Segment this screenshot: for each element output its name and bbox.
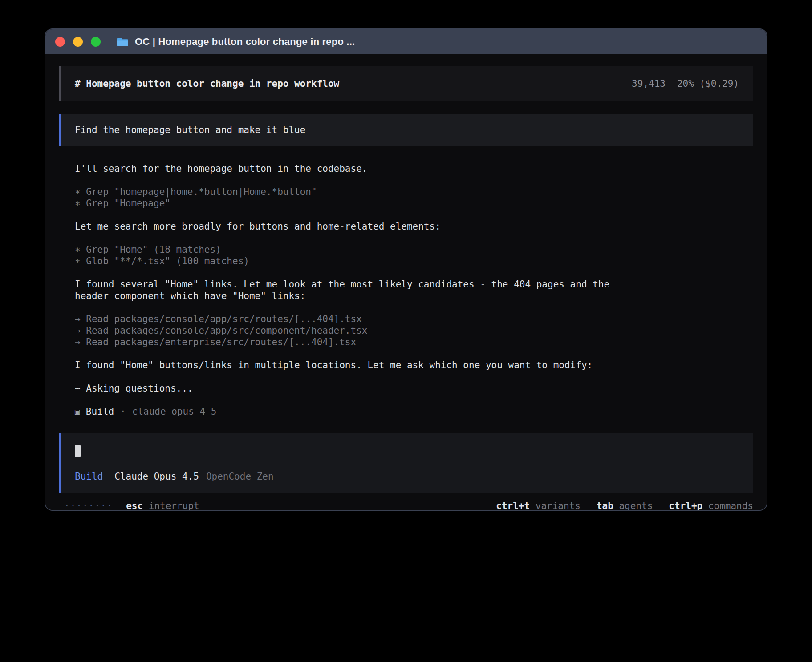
tool-call-read: → Read packages/console/app/src/componen… [75,325,631,336]
text-cursor [75,445,81,457]
tool-call-grep: ∗ Grep "homepage|home.*button|Home.*butt… [75,186,631,198]
tool-call-read: → Read packages/console/app/src/routes/[… [75,313,631,325]
separator-dot: · [120,406,126,417]
hint-agents[interactable]: tab agents [597,500,653,511]
window-title: OC | Homepage button color change in rep… [135,36,355,48]
tool-call-read: → Read packages/enterprise/src/routes/[.… [75,336,631,348]
assistant-text: I found several "Home" links. Let me loo… [75,279,631,302]
hint-label: interrupt [143,501,199,511]
hint-key: ctrl+t [496,501,530,511]
agent-name: Build [86,406,114,417]
token-count: 39,413 [632,78,666,89]
spinner-dots: ········ [64,500,113,511]
model-name: claude-opus-4-5 [132,406,217,417]
traffic-lights [45,37,101,47]
asking-questions-status: ~ Asking questions... [75,383,631,394]
assistant-text: I found "Home" buttons/links in multiple… [75,359,631,371]
hint-commands[interactable]: ctrl+p commands [669,500,753,511]
status-bar: ········ esc interrupt ctrl+t variants t… [59,500,753,511]
hint-variants[interactable]: ctrl+t variants [496,500,581,511]
close-button[interactable] [55,37,65,47]
folder-icon [117,37,129,47]
tool-call-glob: ∗ Glob "**/*.tsx" (100 matches) [75,255,631,267]
prompt-input[interactable]: Build Claude Opus 4.5 OpenCode Zen [59,433,753,493]
session-header: # Homepage button color change in repo w… [59,66,753,101]
tool-call-grep: ∗ Grep "Homepage" [75,198,631,209]
user-message-text: Find the homepage button and make it blu… [75,125,305,135]
zoom-button[interactable] [91,37,101,47]
context-usage: 20% ($0.29) [677,78,739,89]
user-message: Find the homepage button and make it blu… [59,114,753,146]
terminal-body: # Homepage button color change in repo w… [45,54,767,511]
hint-key: tab [597,501,613,511]
hint-label: variants [530,501,581,511]
active-agent[interactable]: Build [75,471,103,482]
window-titlebar[interactable]: OC | Homepage button color change in rep… [45,29,767,54]
minimize-button[interactable] [73,37,83,47]
model-provider: OpenCode Zen [206,471,274,482]
agent-status-line: ▣ Build · claude-opus-4-5 [75,406,753,417]
title-area: OC | Homepage button color change in rep… [117,36,355,48]
assistant-text: I'll search for the homepage button in t… [75,163,631,174]
assistant-text: Let me search more broadly for buttons a… [75,221,631,232]
hint-key: ctrl+p [669,501,702,511]
hint-label: agents [613,501,653,511]
tool-call-grep: ∗ Grep "Home" (18 matches) [75,244,631,255]
session-title: # Homepage button color change in repo w… [75,78,339,89]
input-meta: Build Claude Opus 4.5 OpenCode Zen [75,471,739,482]
active-model[interactable]: Claude Opus 4.5 [114,471,199,482]
hint-key: esc [126,501,143,511]
hint-label: commands [702,501,753,511]
hint-interrupt[interactable]: esc interrupt [126,500,199,511]
agent-icon: ▣ [75,406,80,417]
assistant-transcript: I'll search for the homepage button in t… [59,163,753,417]
terminal-window: OC | Homepage button color change in rep… [45,28,767,511]
